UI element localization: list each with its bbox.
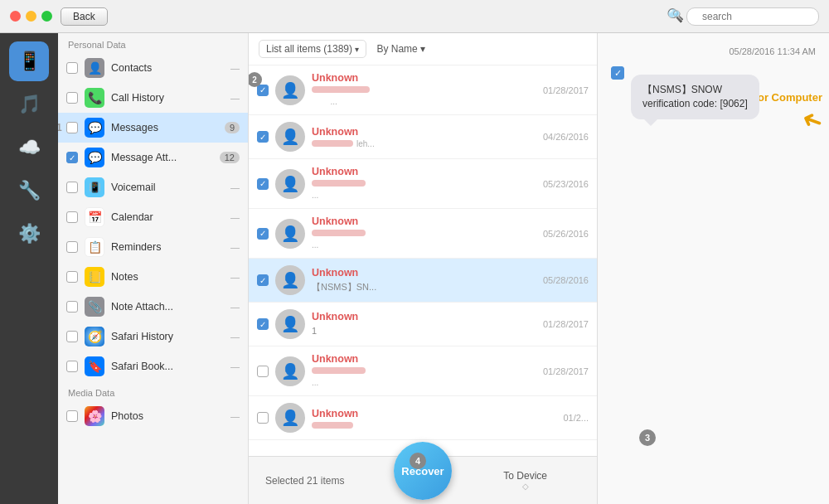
- content-area: List all items (1389) ▾ By Name ▾ 2 ✓ 👤 …: [249, 33, 597, 504]
- sidebar-item-message-att[interactable]: ✓ 💬 Message Att... 12: [58, 143, 248, 172]
- message-att-label: Message Att...: [111, 152, 213, 163]
- table-row[interactable]: ✓ 👤 Unknown 1 01/28/2017: [249, 303, 597, 346]
- sidebar-item-photos[interactable]: 🌸 Photos —: [58, 401, 248, 431]
- contacts-dash: —: [230, 63, 240, 73]
- sidebar-item-notes[interactable]: 📒 Notes —: [58, 262, 248, 292]
- minimize-button[interactable]: [26, 11, 36, 22]
- back-button[interactable]: Back: [61, 7, 108, 26]
- safari-history-label: Safari History: [111, 331, 224, 342]
- search-wrapper: 🔍: [667, 7, 819, 26]
- safari-book-dash: —: [230, 361, 240, 371]
- msg-5-checkbox[interactable]: ✓: [257, 274, 269, 286]
- photos-checkbox[interactable]: [66, 410, 78, 422]
- sidebar-item-messages[interactable]: 1 💬 Messages 9: [58, 113, 248, 143]
- voicemail-checkbox[interactable]: [66, 182, 78, 193]
- msg-6-info: Unknown 1: [312, 311, 536, 337]
- msg-3-preview: [312, 180, 366, 187]
- msg-8-checkbox[interactable]: [257, 412, 269, 424]
- search-input[interactable]: [686, 7, 819, 26]
- to-device-arrow: ◇: [522, 482, 529, 491]
- notes-dash: —: [230, 272, 240, 282]
- sidebar-item-safari-book[interactable]: 🔖 Safari Book... —: [58, 351, 248, 381]
- notes-icon: 📒: [85, 267, 104, 287]
- recover-button[interactable]: Recover: [394, 442, 452, 500]
- table-row[interactable]: 👤 Unknown ... 01/28/2017: [249, 346, 597, 396]
- msg-6-date: 01/28/2017: [543, 319, 589, 329]
- sidebar-item-reminders[interactable]: 📋 Reminders —: [58, 232, 248, 262]
- sidebar-icon-cloud[interactable]: ☁️: [9, 128, 49, 167]
- sidebar-item-safari-history[interactable]: 🧭 Safari History —: [58, 322, 248, 351]
- messages-count: 9: [225, 122, 240, 133]
- sidebar-icon-gear[interactable]: ⚙️: [9, 214, 49, 254]
- call-history-icon: 📞: [85, 88, 104, 108]
- safari-book-checkbox[interactable]: [66, 361, 78, 372]
- reminders-checkbox[interactable]: [66, 241, 78, 253]
- msg-4-dots: ...: [312, 240, 318, 250]
- sidebar-icon-tools[interactable]: 🔧: [9, 171, 49, 211]
- note-attach-checkbox[interactable]: [66, 301, 78, 313]
- msg-2-info: Unknown leh...: [312, 126, 536, 148]
- msg-2-preview-bar: [312, 140, 353, 147]
- table-row[interactable]: ✓ 👤 Unknown ... 05/23/2016: [249, 159, 597, 209]
- msg-7-date: 01/28/2017: [543, 366, 589, 376]
- contacts-checkbox[interactable]: [66, 62, 78, 74]
- maximize-button[interactable]: [41, 11, 52, 22]
- sidebar-item-note-attach[interactable]: 📎 Note Attach... —: [58, 292, 248, 322]
- table-row[interactable]: ✓ 👤 Unknown 【NSMS】SN... 05/28/2016: [249, 259, 597, 303]
- safari-history-checkbox[interactable]: [66, 331, 78, 342]
- table-row[interactable]: ✓ 👤 Unknown ... 05/26/2016: [249, 209, 597, 259]
- search-icon: 🔍: [667, 8, 683, 22]
- by-name-arrow: ▾: [420, 43, 425, 55]
- sidebar-item-calendar[interactable]: 📅 Calendar —: [58, 202, 248, 232]
- msg-2-avatar: 👤: [275, 122, 305, 152]
- to-device-label: To Device: [503, 470, 547, 482]
- msg-6-avatar: 👤: [275, 309, 305, 339]
- media-data-label: Media Data: [58, 381, 248, 401]
- notes-checkbox[interactable]: [66, 271, 78, 283]
- message-att-icon: 💬: [85, 148, 104, 167]
- message-att-checkbox[interactable]: ✓: [66, 152, 78, 163]
- to-device-button[interactable]: To Device ◇: [503, 470, 547, 491]
- call-history-checkbox[interactable]: [66, 92, 78, 104]
- reminders-label: Reminders: [111, 241, 224, 253]
- msg-2-checkbox[interactable]: ✓: [257, 131, 269, 143]
- msg-1-date: 01/28/2017: [543, 85, 589, 95]
- list-filter-dropdown[interactable]: List all items (1389) ▾: [259, 40, 366, 58]
- msg-3-checkbox[interactable]: ✓: [257, 178, 269, 190]
- msg-5-date: 05/28/2016: [543, 275, 589, 285]
- msg-8-avatar: 👤: [275, 403, 305, 433]
- msg-7-checkbox[interactable]: [257, 366, 269, 377]
- msg-6-checkbox[interactable]: ✓: [257, 318, 269, 330]
- msg-2-preview-text: leh...: [356, 139, 375, 148]
- sidebar-icon-phone[interactable]: 📱: [9, 41, 49, 81]
- messages-icon: 💬: [85, 118, 104, 138]
- reminders-dash: —: [230, 242, 240, 252]
- bubble-text: 【NSMS】SNOWverification code: [9062]: [642, 84, 748, 109]
- messages-checkbox[interactable]: [66, 122, 78, 133]
- preview-checkbox[interactable]: ✓: [611, 66, 624, 80]
- list-filter-label: List all items (1389): [266, 43, 352, 55]
- safari-history-dash: —: [230, 332, 240, 342]
- call-history-label: Call History: [111, 92, 224, 104]
- sidebar-item-call-history[interactable]: 📞 Call History —: [58, 83, 248, 113]
- msg-4-checkbox[interactable]: ✓: [257, 228, 269, 240]
- close-button[interactable]: [10, 11, 21, 22]
- msg-1-name: Unknown: [312, 72, 536, 84]
- msg-1-checkbox[interactable]: ✓: [257, 85, 269, 96]
- sidebar-item-voicemail[interactable]: 📳 Voicemail —: [58, 172, 248, 202]
- sidebar-icon-music[interactable]: 🎵: [9, 85, 49, 124]
- table-row[interactable]: 👤 Unknown 01/2...: [249, 396, 597, 440]
- msg-8-name: Unknown: [312, 408, 556, 419]
- calendar-checkbox[interactable]: [66, 211, 78, 223]
- by-name-dropdown[interactable]: By Name ▾: [376, 43, 425, 55]
- reminders-icon: 📋: [85, 237, 104, 257]
- sidebar-item-contacts[interactable]: 👤 Contacts —: [58, 53, 248, 83]
- msg-5-avatar: 👤: [275, 265, 305, 295]
- msg-7-name: Unknown: [312, 353, 536, 365]
- table-row[interactable]: ✓ 👤 Unknown leh... 04/26/2016: [249, 115, 597, 159]
- voicemail-icon: 📳: [85, 177, 104, 197]
- msg-6-name: Unknown: [312, 311, 536, 322]
- table-row[interactable]: 2 ✓ 👤 Unknown ... 01/28/2017: [249, 65, 597, 115]
- photos-dash: —: [230, 411, 240, 421]
- msg-1-dots: ...: [330, 97, 337, 106]
